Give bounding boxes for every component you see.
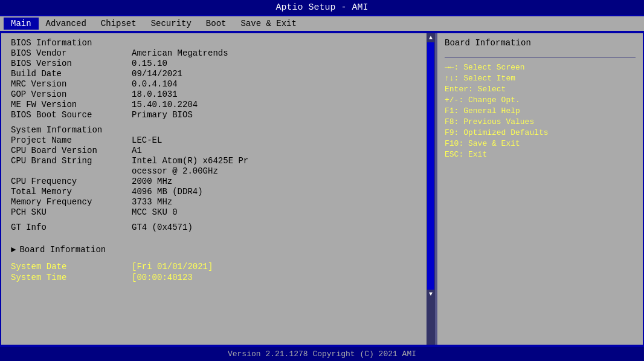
title-bar: Aptio Setup - AMI	[0, 0, 644, 15]
system-date-label: System Date	[11, 262, 132, 272]
pch-sku-row: PCH SKU MCC SKU 0	[11, 207, 419, 217]
system-time-row[interactable]: System Time [00:00:40123	[11, 273, 419, 282]
bios-boot-source-row: BIOS Boot Source Primary BIOS	[11, 110, 419, 120]
cpu-frequency-row: CPU Frequency 2000 MHz	[11, 177, 419, 186]
total-memory-row: Total Memory 4096 MB (DDR4)	[11, 187, 419, 197]
mrc-version-row: MRC Version 0.0.4.104	[11, 79, 419, 89]
menu-bar: Main Advanced Chipset Security Boot Save…	[0, 15, 644, 32]
menu-advanced[interactable]: Advanced	[39, 18, 94, 30]
board-arrow-icon: ►	[11, 245, 16, 255]
scroll-thumb[interactable]	[427, 42, 434, 290]
scrollbar[interactable]: ▲ ▼	[427, 33, 435, 345]
build-date-row: Build Date 09/14/2021	[11, 69, 419, 79]
system-time-label: System Time	[11, 273, 132, 282]
gop-version-row: GOP Version 18.0.1031	[11, 89, 419, 99]
menu-save-exit[interactable]: Save & Exit	[233, 18, 303, 30]
scroll-up-icon[interactable]: ▲	[429, 34, 433, 41]
board-information-section[interactable]: ► Board Information	[11, 245, 419, 255]
me-fw-version-row: ME FW Version 15.40.10.2204	[11, 100, 419, 109]
left-panel: BIOS Information BIOS Vendor American Me…	[1, 33, 436, 345]
key-help-section: →←: Select Screen ↑↓: Select Item Enter:…	[445, 63, 636, 159]
footer-text: Version 2.21.1278 Copyright (C) 2021 AMI	[228, 350, 416, 359]
right-divider	[445, 57, 636, 58]
system-info-header: System Information	[11, 125, 419, 135]
footer: Version 2.21.1278 Copyright (C) 2021 AMI	[0, 346, 644, 361]
app-title: Aptio Setup - AMI	[275, 2, 368, 13]
menu-main[interactable]: Main	[4, 18, 39, 30]
cpu-board-version-row: CPU Board Version A1	[11, 146, 419, 155]
menu-boot[interactable]: Boot	[199, 18, 234, 30]
key-arrow-icon: →←: Select Screen	[445, 63, 525, 72]
menu-chipset[interactable]: Chipset	[94, 18, 144, 30]
key-f9-optimized: F9: Optimized Defaults	[445, 128, 636, 137]
key-enter-select: Enter: Select	[445, 85, 636, 94]
project-name-row: Project Name LEC-EL	[11, 135, 419, 145]
cpu-brand-row: CPU Brand String Intel Atom(R) x6425E Pr	[11, 156, 419, 166]
menu-security[interactable]: Security	[144, 18, 199, 30]
bios-version-row: BIOS Version 0.15.10	[11, 59, 419, 68]
key-esc-exit: ESC: Exit	[445, 150, 636, 159]
key-f1-help: F1: General Help	[445, 106, 636, 115]
bios-info-header: BIOS Information	[11, 38, 419, 48]
gt-info-row: GT Info GT4 (0x4571)	[11, 223, 419, 232]
key-select-screen: →←: Select Screen	[445, 63, 636, 72]
right-panel: Board Information →←: Select Screen ↑↓: …	[437, 33, 643, 345]
key-f8-previous: F8: Previous Values	[445, 117, 636, 126]
system-time-value[interactable]: [00:00:40123	[132, 273, 193, 282]
key-change-opt: +/-: Change Opt.	[445, 96, 636, 105]
main-content: BIOS Information BIOS Vendor American Me…	[0, 32, 644, 346]
key-f10-save: F10: Save & Exit	[445, 139, 636, 148]
cpu-brand-continuation: ocessor @ 2.00GHz	[11, 166, 419, 176]
system-date-row[interactable]: System Date [Fri 01/01/2021]	[11, 262, 419, 272]
bios-vendor-row: BIOS Vendor American Megatrends	[11, 48, 419, 58]
key-select-item: ↑↓: Select Item	[445, 74, 636, 83]
left-panel-wrapper: BIOS Information BIOS Vendor American Me…	[1, 33, 437, 345]
right-panel-title: Board Information	[445, 38, 636, 48]
board-section-label: Board Information	[19, 245, 106, 255]
memory-frequency-row: Memory Frequency 3733 MHz	[11, 197, 419, 207]
system-date-value[interactable]: [Fri 01/01/2021]	[132, 262, 213, 272]
scroll-down-icon[interactable]: ▼	[429, 291, 433, 298]
